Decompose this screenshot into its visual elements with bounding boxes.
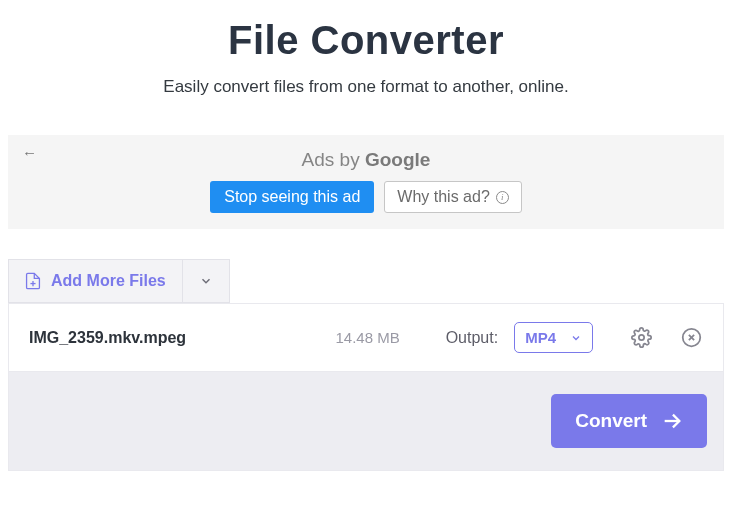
ads-by-prefix: Ads by <box>302 149 365 170</box>
add-more-files-label: Add More Files <box>51 272 166 290</box>
chevron-down-icon <box>570 332 582 344</box>
why-this-ad-label: Why this ad? <box>397 188 489 206</box>
gear-icon <box>631 327 652 348</box>
why-this-ad-button[interactable]: Why this ad? i <box>384 181 521 213</box>
output-label: Output: <box>446 329 498 347</box>
info-icon: i <box>496 191 509 204</box>
action-bar: Convert <box>8 372 724 471</box>
chevron-down-icon <box>199 274 213 288</box>
output-format-select[interactable]: MP4 <box>514 322 593 353</box>
ad-back-arrow-icon[interactable]: ← <box>22 145 37 160</box>
convert-button[interactable]: Convert <box>551 394 707 448</box>
stop-seeing-ad-button[interactable]: Stop seeing this ad <box>210 181 374 213</box>
svg-point-2 <box>638 335 643 340</box>
arrow-right-icon <box>661 410 683 432</box>
page-subtitle: Easily convert files from one format to … <box>20 77 712 97</box>
file-row: IMG_2359.mkv.mpeg 14.48 MB Output: MP4 <box>8 303 724 372</box>
close-circle-icon <box>681 327 702 348</box>
file-plus-icon <box>25 272 41 290</box>
ads-by-label: Ads by Google <box>20 149 712 171</box>
page-title: File Converter <box>20 18 712 63</box>
remove-file-button[interactable] <box>679 326 703 350</box>
ad-banner: ← Ads by Google Stop seeing this ad Why … <box>8 135 724 229</box>
ads-by-brand: Google <box>365 149 430 170</box>
output-format-value: MP4 <box>525 329 556 346</box>
settings-button[interactable] <box>629 326 653 350</box>
add-more-files-button[interactable]: Add More Files <box>8 259 183 303</box>
file-name: IMG_2359.mkv.mpeg <box>29 329 186 347</box>
convert-label: Convert <box>575 410 647 432</box>
converter-panel: Add More Files IMG_2359.mkv.mpeg 14.48 M… <box>8 259 724 471</box>
file-size: 14.48 MB <box>335 329 399 346</box>
add-more-dropdown-button[interactable] <box>183 259 230 303</box>
